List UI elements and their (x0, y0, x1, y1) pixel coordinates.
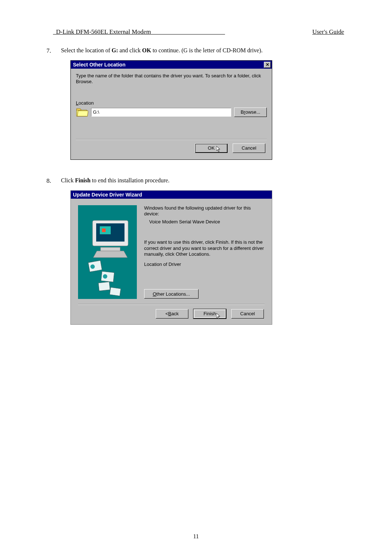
step-8-pre: Click (61, 177, 75, 183)
header-right: User's Guide (312, 28, 344, 36)
svg-rect-10 (88, 260, 102, 272)
dialog2-para2: If you want to use this driver, click Fi… (144, 239, 265, 257)
step-8-after: to end this installation procedure. (90, 177, 170, 183)
ok-label: OK (208, 145, 215, 151)
step-8-number: 8. (46, 177, 61, 185)
ok-button[interactable]: OK (195, 143, 228, 153)
finish-button[interactable]: Finish (193, 309, 226, 319)
location-of-driver-label: Location of Driver (144, 262, 265, 267)
svg-marker-16 (216, 313, 220, 319)
svg-rect-8 (101, 247, 120, 251)
back-underline: B (168, 311, 171, 316)
dialog2-device-name: Voice Modem Serial Wave Device (149, 219, 265, 225)
select-other-location-dialog: Select Other Location ✕ Type the name of… (70, 60, 272, 160)
back-button[interactable]: < Back (156, 309, 188, 319)
dialog2-para1: Windows found the following updated driv… (144, 205, 265, 217)
location-rest: ocation (78, 100, 94, 106)
location-label: Location (76, 100, 267, 106)
browse-button[interactable]: Browse... (234, 108, 267, 117)
svg-rect-7 (102, 228, 106, 232)
finish-label: Finish (204, 311, 216, 316)
cancel-button-2[interactable]: Cancel (231, 309, 264, 319)
cancel-button[interactable]: Cancel (233, 143, 265, 153)
cancel-label-2: Cancel (240, 311, 255, 316)
header-left: D-Link DFM-560EL External Modem (53, 28, 225, 36)
step-8-text: Click Finish to end this installation pr… (61, 177, 346, 185)
page-number: 11 (0, 533, 392, 540)
close-icon: ✕ (266, 62, 269, 67)
close-button[interactable]: ✕ (264, 62, 271, 68)
back-rest: ack (171, 311, 179, 316)
wizard-image (78, 205, 137, 299)
svg-marker-1 (77, 109, 81, 110)
cursor-icon (216, 146, 221, 153)
step-7-bold1: G: (112, 47, 118, 53)
cursor-icon (216, 313, 221, 320)
dialog1-title: Select Other Location (73, 62, 126, 68)
folder-icon (76, 107, 88, 117)
dialog2-titlebar: Update Device Driver Wizard (71, 191, 272, 199)
step-7-after: to continue. (G is the letter of CD-ROM … (151, 47, 262, 53)
svg-marker-3 (216, 146, 220, 152)
step-8-bold: Finish (75, 177, 91, 183)
svg-marker-9 (93, 251, 127, 258)
step-7-pre: Select the location of (61, 47, 112, 53)
browse-after: owse... (245, 109, 260, 115)
dialog1-instruction: Type the name of the folder that contain… (76, 73, 267, 85)
other-rest: ther Locations... (156, 291, 190, 297)
other-underline: O (153, 291, 156, 297)
dialog1-titlebar: Select Other Location ✕ (71, 61, 272, 69)
step-7-number: 7. (46, 47, 61, 54)
dialog2-title: Update Device Driver Wizard (73, 192, 142, 198)
cancel-label: Cancel (242, 145, 256, 151)
browse-pre: B (241, 109, 244, 115)
svg-rect-14 (98, 281, 110, 291)
step-7-text: Select the location of G: and click OK t… (61, 47, 346, 54)
svg-rect-15 (110, 287, 121, 296)
back-lt: < (166, 311, 168, 316)
update-device-driver-wizard-dialog: Update Device Driver Wizard (70, 190, 272, 325)
other-locations-button[interactable]: Other Locations... (144, 289, 199, 299)
step-7-mid: and click (118, 47, 142, 53)
svg-marker-2 (77, 111, 88, 116)
step-7-bold2: OK (142, 47, 151, 53)
location-input[interactable] (91, 108, 231, 117)
